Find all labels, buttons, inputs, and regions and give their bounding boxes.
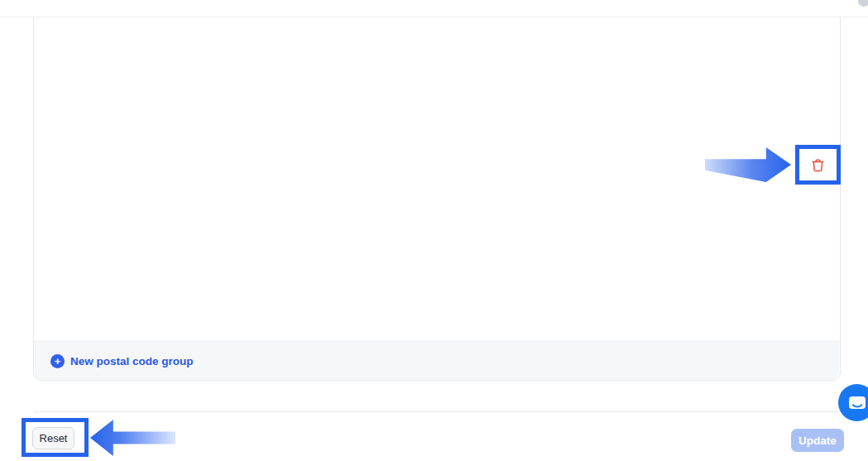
chat-icon: [846, 391, 868, 415]
sticky-header-edge: [0, 0, 868, 17]
bottom-divider: [33, 411, 841, 412]
plus-icon: +: [50, 354, 65, 368]
new-postal-code-group-button[interactable]: + New postal code group: [50, 354, 194, 368]
annotation-box-delete: [795, 145, 841, 185]
annotation-arrow-left: [90, 420, 175, 456]
chat-widget-button[interactable]: [838, 384, 868, 421]
reset-button[interactable]: Reset: [32, 427, 74, 449]
card-footer: + New postal code group: [34, 341, 839, 380]
trash-icon: [810, 157, 826, 173]
update-button[interactable]: Update: [791, 429, 844, 452]
delete-postal-group-button[interactable]: [810, 157, 826, 173]
new-postal-code-group-label: New postal code group: [70, 355, 194, 367]
tax-settings-page: Separate each postal code with a comma o…: [0, 0, 868, 461]
postal-code-groups-card: [33, 0, 841, 381]
